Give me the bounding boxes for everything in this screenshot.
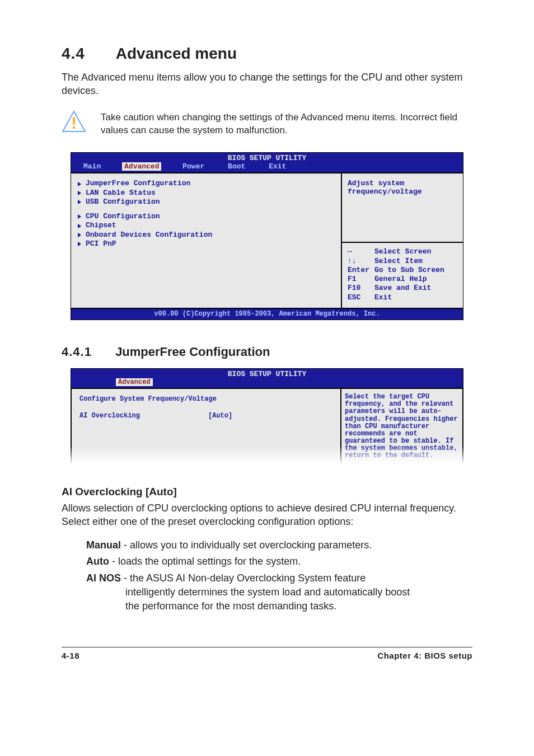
bios-item: PCI PnP xyxy=(77,240,335,248)
intro-paragraph: The Advanced menu items allow you to cha… xyxy=(62,71,472,98)
svg-rect-1 xyxy=(73,117,75,125)
caution-callout: Take caution when changing the settings … xyxy=(62,110,472,137)
chapter-label: Chapter 4: BIOS setup xyxy=(377,651,472,660)
bios-key-legend: ↔Select Screen ↑↓Select Item EnterGo to … xyxy=(342,243,463,308)
section-heading: 4.4 Advanced menu xyxy=(62,45,472,63)
bios-screenshot-jumperfree: BIOS SETUP UTILITY Advanced Configure Sy… xyxy=(71,368,463,466)
chevron-right-icon xyxy=(78,182,81,186)
subsection-heading: 4.4.1 JumperFree Configuration xyxy=(62,345,472,359)
bios-item: CPU Configuration xyxy=(77,212,335,221)
bios-config-panel: Configure System Frequency/Voltage AI Ov… xyxy=(72,389,341,464)
chevron-right-icon xyxy=(78,191,81,195)
caution-icon xyxy=(62,110,86,133)
bios-setting-row: AI Overclocking [Auto] xyxy=(79,411,332,420)
chevron-right-icon xyxy=(78,200,81,204)
bios-help-panel: Select the target CPU frequency, and the… xyxy=(341,389,462,464)
bios-item: Onboard Devices Configuration xyxy=(77,231,335,240)
bios-menubar: Advanced xyxy=(71,378,463,388)
option-list: Manual - allows you to individually set … xyxy=(62,538,472,613)
bios-menu-advanced: Advanced xyxy=(122,162,161,171)
chevron-right-icon xyxy=(78,214,81,219)
bios-menu-advanced: Advanced xyxy=(116,378,153,386)
bios-item: LAN Cable Status xyxy=(77,189,335,198)
bios-title: BIOS SETUP UTILITY xyxy=(71,369,463,378)
bios-menu-main: Main xyxy=(81,162,103,171)
option-paragraph: Allows selection of CPU overclocking opt… xyxy=(62,501,472,529)
chevron-right-icon xyxy=(78,233,81,237)
section-title: Advanced menu xyxy=(116,45,237,62)
footer-rule xyxy=(62,647,472,647)
option-manual: Manual - allows you to individually set … xyxy=(86,538,472,552)
bios-panel-heading: Configure System Frequency/Voltage xyxy=(79,395,332,403)
option-auto: Auto - loads the optimal settings for th… xyxy=(86,555,472,569)
bios-title: BIOS SETUP UTILITY xyxy=(71,153,463,162)
option-ai-nos: AI NOS - the ASUS AI Non-delay Overclock… xyxy=(86,571,472,614)
bios-menu-boot: Boot xyxy=(226,162,247,171)
subsection-number: 4.4.1 xyxy=(62,345,112,359)
caution-text: Take caution when changing the settings … xyxy=(101,110,472,137)
svg-point-2 xyxy=(73,126,76,129)
bios-item: USB Configuration xyxy=(77,198,335,206)
option-heading: AI Overclocking [Auto] xyxy=(62,486,472,498)
bios-menu-power: Power xyxy=(180,162,207,171)
bios-copyright: v00.00 (C)Copyright 1985-2003, American … xyxy=(71,309,463,320)
bios-help-panel: Adjust system frequency/voltage xyxy=(342,173,463,243)
page-footer: 4-18 Chapter 4: BIOS setup xyxy=(62,651,472,660)
bios-setting-value: [Auto] xyxy=(208,411,232,420)
bios-item: Chipset xyxy=(77,221,335,230)
bios-item: JumperFree Configuration xyxy=(77,179,335,188)
chevron-right-icon xyxy=(78,242,81,246)
bios-menubar: Main Advanced Power Boot Exit xyxy=(71,162,463,172)
bios-menu-exit: Exit xyxy=(266,162,288,171)
page-number: 4-18 xyxy=(62,651,79,660)
chevron-right-icon xyxy=(78,224,81,228)
bios-screenshot-advanced-menu: BIOS SETUP UTILITY Main Advanced Power B… xyxy=(71,152,463,320)
bios-items-panel: JumperFree Configuration LAN Cable Statu… xyxy=(71,173,342,308)
section-number: 4.4 xyxy=(62,45,112,63)
subsection-title: JumperFree Configuration xyxy=(115,345,270,359)
bios-setting-label: AI Overclocking xyxy=(79,411,208,420)
